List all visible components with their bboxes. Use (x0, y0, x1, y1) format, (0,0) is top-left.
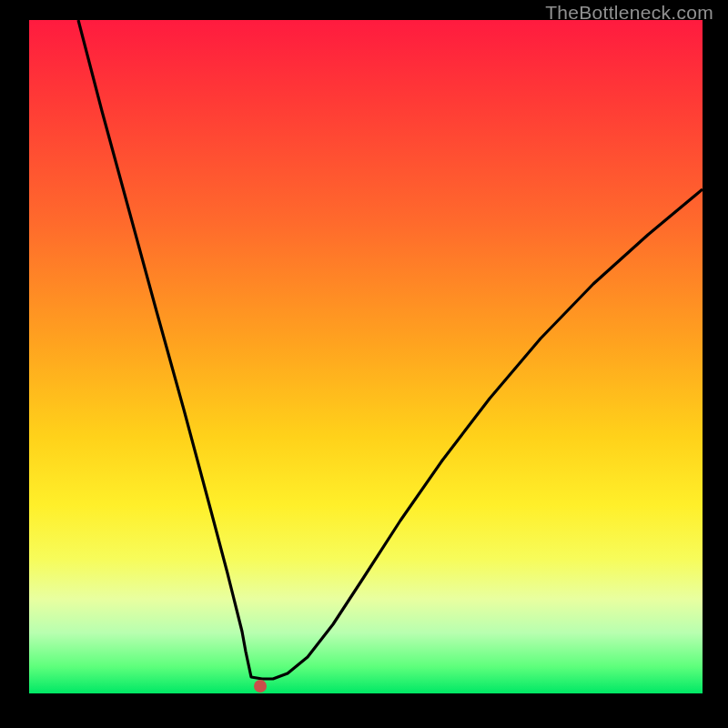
plot-area (29, 20, 703, 693)
bottleneck-curve (78, 20, 703, 679)
chart-frame: TheBottleneck.com (0, 0, 728, 728)
minimum-marker (254, 680, 267, 693)
curve-svg (29, 20, 703, 693)
